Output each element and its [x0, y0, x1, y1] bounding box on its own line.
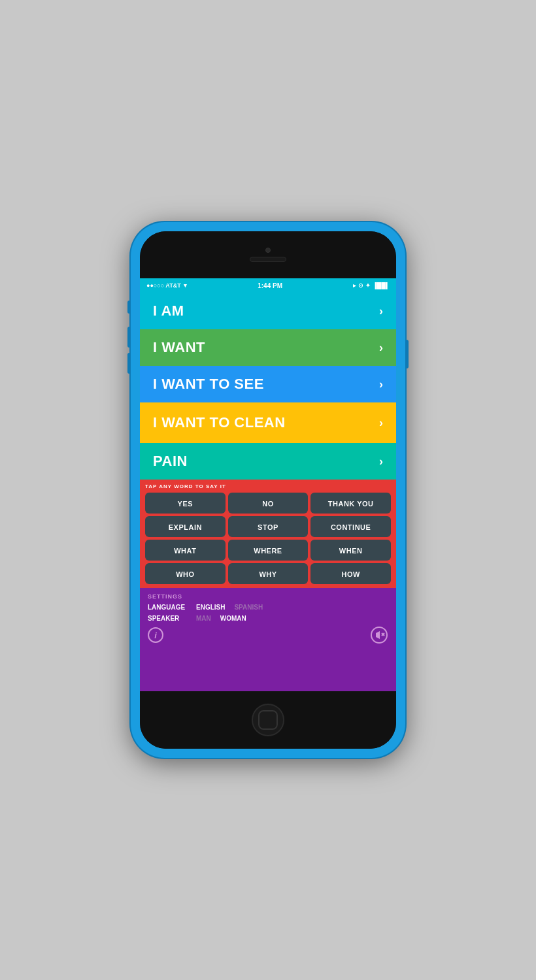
chevron-icon-i-want-to-see: › — [379, 378, 383, 391]
menu-label-i-want-to-clean: I WANT TO CLEAN — [153, 414, 286, 431]
quick-btn-label-why: WHY — [259, 570, 276, 578]
menu-item-i-want-to-see[interactable]: I WANT TO SEE › — [140, 366, 396, 402]
status-time: 1:44 PM — [258, 282, 282, 289]
volume-down-button[interactable] — [127, 353, 131, 374]
settings-language-row: LANGUAGE ENGLISH SPANISH — [148, 604, 388, 611]
quick-btn-what[interactable]: WHAT — [145, 540, 226, 561]
quick-btn-label-who: WHO — [176, 570, 194, 578]
quick-btn-label-continue: CONTINUE — [331, 523, 371, 531]
quick-btn-explain[interactable]: EXPLAIN — [145, 516, 226, 537]
power-button[interactable] — [405, 340, 409, 368]
quick-btn-where[interactable]: WHERE — [228, 540, 309, 561]
menu-label-pain: PAIN — [153, 453, 188, 470]
quick-btn-why[interactable]: WHY — [228, 563, 309, 584]
chevron-icon-i-want-to-clean: › — [379, 416, 383, 430]
quick-btn-label-thank-you: THANK YOU — [328, 500, 374, 508]
speaker-mute-icon[interactable] — [370, 626, 388, 644]
settings-section: SETTINGS LANGUAGE ENGLISH SPANISH SPEAKE… — [140, 588, 396, 691]
quick-btn-label-what: WHAT — [174, 547, 196, 555]
quick-btn-label-when: WHEN — [339, 547, 363, 555]
quick-words-section: TAP ANY WORD TO SAY IT YES NO THANK YOU … — [140, 480, 396, 588]
menu-item-pain[interactable]: PAIN › — [140, 443, 396, 480]
volume-up-button[interactable] — [127, 327, 131, 348]
home-button-inner — [258, 710, 278, 730]
top-bezel — [140, 231, 396, 278]
tap-label: TAP ANY WORD TO SAY IT — [145, 483, 391, 489]
status-bar: ●●○○○ AT&T ▾ 1:44 PM ▸ ⊙ ✦ ▐██▌ — [140, 278, 396, 293]
quick-btn-label-where: WHERE — [254, 547, 282, 555]
camera — [265, 248, 271, 253]
quick-btn-who[interactable]: WHO — [145, 563, 226, 584]
quick-grid: YES NO THANK YOU EXPLAIN STOP — [145, 493, 391, 584]
chevron-icon-i-am: › — [379, 304, 383, 318]
clock-icon: ⊙ — [358, 282, 363, 289]
bottom-bezel — [140, 691, 396, 749]
menu-item-i-want-to-clean[interactable]: I WANT TO CLEAN › — [140, 402, 396, 443]
quick-btn-when[interactable]: WHEN — [310, 540, 391, 561]
settings-language-key: LANGUAGE — [148, 604, 187, 611]
quick-btn-label-yes: YES — [178, 500, 193, 508]
wifi-icon: ▾ — [184, 282, 187, 289]
phone-outer: ●●○○○ AT&T ▾ 1:44 PM ▸ ⊙ ✦ ▐██▌ I AM › I… — [131, 222, 405, 758]
menu-label-i-want: I WANT — [153, 339, 205, 356]
speaker-grille — [250, 257, 286, 262]
mute-button[interactable] — [127, 301, 131, 314]
settings-title: SETTINGS — [148, 593, 388, 600]
quick-btn-yes[interactable]: YES — [145, 493, 226, 514]
settings-speaker-woman[interactable]: WOMAN — [220, 615, 246, 622]
quick-btn-label-how: HOW — [341, 570, 360, 578]
menu-item-i-am[interactable]: I AM › — [140, 293, 396, 329]
carrier-text: ●●○○○ AT&T — [146, 282, 181, 289]
quick-btn-label-explain: EXPLAIN — [169, 523, 202, 531]
quick-btn-thank-you[interactable]: THANK YOU — [310, 493, 391, 514]
chevron-icon-i-want: › — [379, 341, 383, 355]
quick-btn-no[interactable]: NO — [228, 493, 309, 514]
settings-language-spanish[interactable]: SPANISH — [234, 604, 263, 611]
location-icon: ▸ — [353, 282, 356, 289]
status-right: ▸ ⊙ ✦ ▐██▌ — [353, 282, 390, 289]
bluetooth-icon: ✦ — [365, 282, 371, 289]
settings-icons-row: i — [148, 626, 388, 644]
phone-inner: ●●○○○ AT&T ▾ 1:44 PM ▸ ⊙ ✦ ▐██▌ I AM › I… — [140, 231, 396, 749]
settings-speaker-man[interactable]: MAN — [196, 615, 211, 622]
quick-btn-continue[interactable]: CONTINUE — [310, 516, 391, 537]
menu-label-i-want-to-see: I WANT TO SEE — [153, 376, 264, 393]
chevron-icon-pain: › — [379, 455, 383, 468]
quick-btn-stop[interactable]: STOP — [228, 516, 309, 537]
home-button[interactable] — [252, 704, 284, 736]
settings-language-english[interactable]: ENGLISH — [196, 604, 225, 611]
screen: ●●○○○ AT&T ▾ 1:44 PM ▸ ⊙ ✦ ▐██▌ I AM › I… — [140, 278, 396, 691]
info-icon[interactable]: i — [148, 627, 163, 643]
quick-btn-how[interactable]: HOW — [310, 563, 391, 584]
settings-speaker-row: SPEAKER MAN WOMAN — [148, 615, 388, 622]
quick-btn-label-no: NO — [262, 500, 274, 508]
menu-item-i-want[interactable]: I WANT › — [140, 329, 396, 366]
settings-speaker-key: SPEAKER — [148, 615, 187, 622]
status-left: ●●○○○ AT&T ▾ — [146, 282, 187, 289]
quick-btn-label-stop: STOP — [258, 523, 278, 531]
battery-icon: ▐██▌ — [373, 282, 390, 289]
menu-label-i-am: I AM — [153, 302, 184, 319]
